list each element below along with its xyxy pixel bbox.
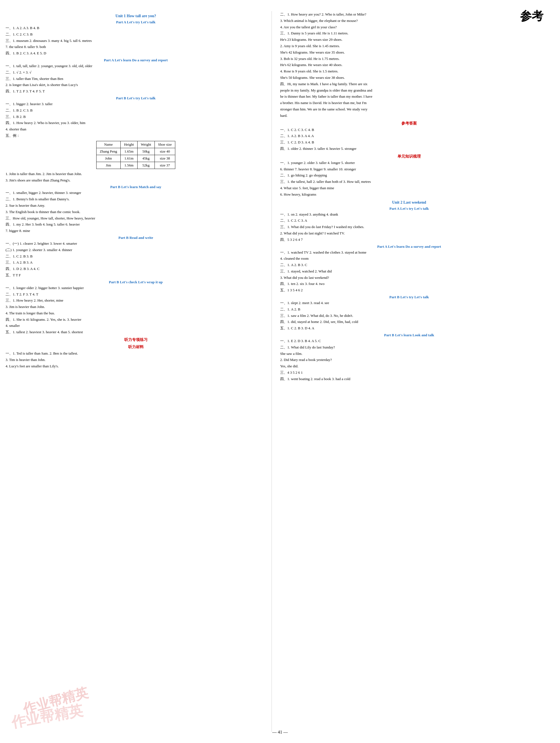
answer-si-r6: hard.	[280, 113, 538, 119]
partB2-letsTry: Part B Let's try Let's talk	[280, 295, 538, 299]
answer-table: Name Height Weight Shoe size Zhang Peng …	[96, 141, 176, 169]
answer-san-k3: 6. How heavy, kilograms	[280, 192, 538, 198]
answer-si-r2: people in my family. My grandpa is older…	[280, 88, 538, 93]
answer-yi-s1: 一、1. watched TV 2. washed the clothes 3.…	[280, 250, 538, 256]
answer-san2: 7. the tallest 8. taller 9. both	[6, 44, 266, 50]
answer-er1: 二、1. C 2. C 3. B	[6, 32, 266, 38]
answer-er-r1: 二、1. How heavy are you? 2. Who is taller…	[280, 12, 538, 17]
answer-si-r4: a brother. His name is David. He is heav…	[280, 100, 538, 106]
ting-1: 一、1. Ted is taller than Sam. 2. Ben is t…	[6, 351, 266, 356]
answer-si-r1: 四、Hi, my name is Mark. I have a big fami…	[280, 81, 538, 87]
table-note2: 3. Jim's shoes are smaller than Zhang Pe…	[6, 178, 266, 183]
table-cell-weight: 52kg	[137, 162, 154, 169]
answer-si-c1: 四、1. my 2. Her 3. both 4. long 5. taller…	[6, 222, 266, 227]
answer-san-c1: 三、How old, younger, How tall, shorter, H…	[6, 216, 266, 221]
answer-san-u2-1: 三、1. What did you do last Friday? I wash…	[280, 224, 538, 230]
answer-wu-b1: 五、例：	[6, 133, 266, 139]
table-header-weight: Weight	[137, 141, 154, 148]
unit1-title: Unit 1 How tall are you?	[6, 14, 266, 18]
answer-si-d1: 四、1. D 2. B 3. A 4. C	[6, 266, 266, 272]
table-cell-name: Jim	[96, 162, 121, 169]
answer-er-r3: 4. Are you the tallest girl in your clas…	[280, 25, 538, 30]
partB-letsTry-title: Part B Let's try Let's talk	[6, 96, 266, 100]
answer-san-b2-1: 三、1. saw a film 2. What did, do 3. No, h…	[280, 313, 538, 319]
answer-wu-d1: 五、T T F	[6, 272, 266, 278]
answer-si-e1: 四、1. She is 41 kilograms. 2. Yes, she is…	[6, 317, 266, 323]
answer-san-e1: 三、1. How heavy 2. Her, shorter, mine	[6, 298, 266, 304]
answer-san-r6: He's 62 kilograms. He wears size 40 shoe…	[280, 62, 538, 68]
answer-san-e3: 4. The train is longer than the bus.	[6, 310, 266, 316]
answer-yi-k1: 一、1. younger 2. older 3. taller 4. longe…	[280, 160, 538, 166]
answer-si1: 四、1. B 2. C 3. A 4. E 5. D	[6, 50, 266, 56]
answer-si-a1: 四、1. T 2. F 3. T 4. F 5. T	[6, 88, 266, 94]
partA2-title: Part A Let's try Let's talk	[280, 207, 538, 211]
answer-yi-b1: 一、1. bigger 2. heavier 3. taller	[6, 101, 266, 107]
table-cell-shoe: size 40	[154, 148, 175, 155]
answer-si-e2: 4. smaller	[6, 323, 266, 329]
answer-yi-d1: 一、(一) 1. clearer 2. brighter 3. lower 4.…	[6, 241, 266, 247]
answer-yi-b2-1: 一、1. slept 2. meet 3. read 4. see	[280, 300, 538, 306]
answer-er-ll4: Yes, she did.	[280, 363, 538, 369]
answer-san-d1: 三、1. A 2. B 3. A	[6, 260, 266, 265]
listening-material: 听力材料	[6, 345, 266, 350]
answer-er-c3: 3. The English book is thinner than the …	[6, 209, 266, 215]
answer-er-ref1: 二、1. A 2. B 3. A 4. A	[280, 133, 538, 139]
table-cell-height: 1.61m	[121, 155, 137, 162]
page-number: — 41 —	[272, 730, 288, 735]
table-header-name: Name	[96, 141, 121, 148]
table-row: Zhang Peng 1.65m 50kg size 40	[96, 148, 175, 155]
answer-san-ll1: 三、4 3 5 2 6 1	[280, 370, 538, 376]
ting-3: 4. Lucy's feet are smaller than Lily's.	[6, 363, 266, 369]
table-header-shoesize: Shoe size	[154, 141, 175, 148]
answer-si-b2-1: 四、1. did, stayed at home 2. Did, see, fi…	[280, 319, 538, 325]
partB-readWrite: Part B Read and write	[6, 235, 266, 240]
answer-san-r3: 2. Amy is 9 years old. She is 1.45 metre…	[280, 43, 538, 49]
answer-er-c2: 2. Sue is heavier than Amy.	[6, 203, 266, 209]
answer-yi-ref1: 一、1. C 2. C 3. C 4. B	[280, 127, 538, 133]
left-column: Unit 1 How tall are you? Part A Let's tr…	[6, 11, 272, 732]
answer-yi1: 一、1. A 2. A 3. B 4. B	[6, 25, 266, 31]
answer-wu-e1: 五、1. tallest 2. heaviest 3. heavier 4. t…	[6, 329, 266, 335]
table-cell-shoe: size 38	[154, 155, 175, 162]
table-cell-height: 1.56m	[121, 162, 137, 169]
partB-letsLearn-matchSay: Part B Let's learn Match and say	[6, 185, 266, 189]
answer-si-s1: 四、1. ten 2. six 3. four 4. two	[280, 281, 538, 287]
right-column: 二、1. How heavy are you? 2. Who is taller…	[272, 11, 538, 732]
table-cell-height: 1.65m	[121, 148, 137, 155]
answer-san-r8: She's 50 kilograms. She wears size 38 sh…	[280, 75, 538, 81]
table-cell-weight: 45kg	[137, 155, 154, 162]
answer-er-c1: 二、1. Benny's fish is smaller than Danny'…	[6, 196, 266, 202]
answer-er-k1: 二、1. go hiking 2. go shopping	[280, 173, 538, 178]
answer-si-ref1: 四、1. older 2. thinner 3. taller 4. heavi…	[280, 146, 538, 152]
answer-si-c2: 7. bigger 8. mine	[6, 228, 266, 234]
answer-er-b1: 二、1. B 2. C 3. B	[6, 107, 266, 114]
answer-er-r2: 3. Which animal is bigger, the elephant …	[280, 18, 538, 24]
table-row: John 1.61m 45kg size 38	[96, 155, 175, 162]
table-note1: 1. John is taller than Jim. 2. Jim is he…	[6, 171, 266, 177]
answer-yi-c1: 一、1. smaller, bigger 2. heavier, thinner…	[6, 190, 266, 196]
answer-er-e1: 二、1. T 2. F 3. T 4. T	[6, 292, 266, 297]
answer-wu-b2-1: 五、1. C 2. B 3. D 4. A	[280, 325, 538, 331]
unit2-title: Unit 2 Last weekend	[280, 200, 538, 205]
answer-san-r1: 三、1. Danny is 5 years old. He is 1.11 me…	[280, 31, 538, 36]
answer-san-s2: 3. What did you do last weekend?	[280, 275, 538, 281]
answer-san-b1: 三、1. B 2. B	[6, 114, 266, 120]
answer-si-b2: 4. shorter than	[6, 127, 266, 132]
table-cell-shoe: size 37	[154, 162, 175, 169]
answer-san-k1: 三、1. the tallest, hall 2. taller than bo…	[280, 179, 538, 185]
answer-yi-ll1: 一、1. E 2. D 3. B 4. A 5. C	[280, 338, 538, 344]
answer-yi-k2: 6. thinner 7. heavier 8. bigger 9. small…	[280, 167, 538, 172]
answer-san-a2: 2. is longer than Lisa's skirt, is short…	[6, 82, 266, 88]
answer-yi-a1: 一、1. tall, tall, taller 2. younger, youn…	[6, 63, 266, 69]
ref-answer-title: 参考答案	[280, 121, 538, 126]
answer-san-r5: 3. Bob is 32 years old. He is 1.75 metre…	[280, 56, 538, 62]
listening-title: 听力专项练习	[6, 337, 266, 342]
answer-san-r7: 4. Rose is 9 years old. She is 1.5 metre…	[280, 69, 538, 74]
answer-er-d1: 二、1. C 2. B 3. B	[6, 254, 266, 259]
answer-san-e2: 3. Jim is heavier than John.	[6, 304, 266, 310]
answer-er-a1: 二、1. √ 2. × 3. √	[6, 70, 266, 76]
answer-san-k2: 4. What size 5. feet, bigger than mine	[280, 185, 538, 191]
answer-san-r2: He's 23 kilograms. He wears size 29 shoe…	[280, 37, 538, 43]
answer-si-ll1: 四、1. went boating 2. read a book 3. had …	[280, 376, 538, 382]
answer-si-b1: 四、1. How heavy 2. Who is heavier, you 3.…	[6, 120, 266, 126]
